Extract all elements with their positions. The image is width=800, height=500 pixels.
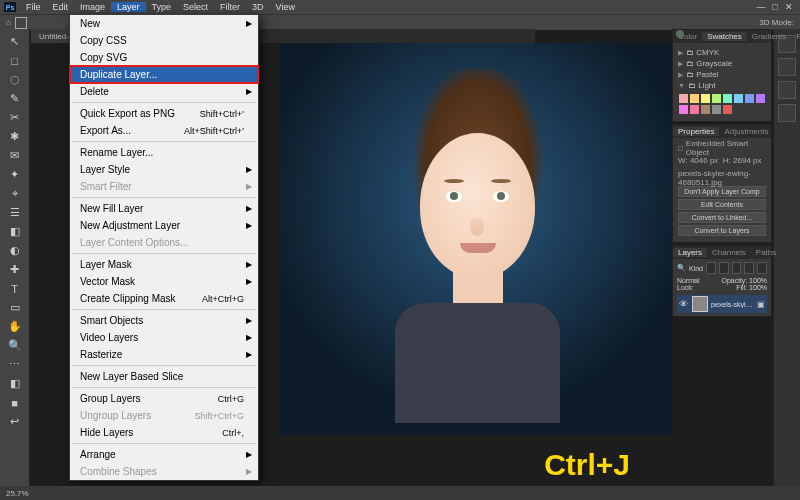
panel-tab[interactable]: Gradients bbox=[747, 32, 792, 41]
tool-button[interactable]: ✦ bbox=[4, 165, 26, 184]
document-canvas[interactable] bbox=[280, 43, 672, 435]
menu-item[interactable]: Copy CSS bbox=[70, 32, 258, 49]
close-button[interactable]: ✕ bbox=[782, 2, 796, 12]
menu-edit[interactable]: Edit bbox=[47, 2, 75, 12]
panel-icon[interactable] bbox=[778, 58, 796, 76]
menu-item[interactable]: New Fill Layer▶ bbox=[70, 200, 258, 217]
menu-item[interactable]: Layer Style▶ bbox=[70, 161, 258, 178]
swatch[interactable] bbox=[701, 94, 710, 103]
menu-file[interactable]: File bbox=[20, 2, 47, 12]
tool-button[interactable]: ▭ bbox=[4, 298, 26, 317]
zoom-level[interactable]: 25.7% bbox=[6, 489, 29, 498]
panel-tab[interactable]: Channels bbox=[707, 248, 751, 257]
tool-button[interactable]: ◌ bbox=[4, 70, 26, 89]
tool-button[interactable]: T bbox=[4, 279, 26, 298]
filter-adj-icon[interactable] bbox=[719, 262, 729, 274]
swatch[interactable] bbox=[679, 94, 688, 103]
menu-item[interactable]: Delete▶ bbox=[70, 83, 258, 100]
convert-layers-button[interactable]: Convert to Layers bbox=[678, 225, 766, 236]
tool-button[interactable]: ✱ bbox=[4, 127, 26, 146]
menu-item[interactable]: Duplicate Layer... bbox=[70, 66, 258, 83]
swatch-folder[interactable]: ▶🗀 Pastel bbox=[678, 69, 766, 80]
convert-linked-button[interactable]: Convert to Linked... bbox=[678, 212, 766, 223]
filter-shape-icon[interactable] bbox=[744, 262, 754, 274]
menu-layer[interactable]: Layer bbox=[111, 2, 146, 12]
menu-image[interactable]: Image bbox=[74, 2, 111, 12]
menu-item[interactable]: Copy SVG bbox=[70, 49, 258, 66]
tool-preset[interactable] bbox=[15, 17, 27, 29]
tool-button[interactable]: ✚ bbox=[4, 260, 26, 279]
tool-button[interactable]: ✂ bbox=[4, 108, 26, 127]
swatch[interactable] bbox=[745, 94, 754, 103]
swatch[interactable] bbox=[701, 105, 710, 114]
menu-item[interactable]: Video Layers▶ bbox=[70, 329, 258, 346]
maximize-button[interactable]: □ bbox=[768, 2, 782, 12]
swatch[interactable] bbox=[690, 94, 699, 103]
swatch-folder[interactable]: ▼🗀 Light bbox=[678, 80, 766, 91]
menu-item[interactable]: Group LayersCtrl+G bbox=[70, 390, 258, 407]
panel-icon[interactable] bbox=[778, 104, 796, 122]
menu-3d[interactable]: 3D bbox=[246, 2, 270, 12]
tool-button[interactable]: ↩ bbox=[4, 412, 26, 431]
tool-button[interactable]: ◧ bbox=[4, 222, 26, 241]
panel-tab[interactable]: Properties bbox=[673, 127, 719, 136]
filter-text-icon[interactable] bbox=[732, 262, 742, 274]
menu-item[interactable]: Smart Objects▶ bbox=[70, 312, 258, 329]
menu-item[interactable]: New Adjustment Layer▶ bbox=[70, 217, 258, 234]
layer-row[interactable]: 👁 pexels-skyler-ewing-4680511 ▣ bbox=[677, 295, 767, 313]
menu-item[interactable]: Quick Export as PNGShift+Ctrl+' bbox=[70, 105, 258, 122]
swatch[interactable] bbox=[723, 94, 732, 103]
swatch[interactable] bbox=[734, 94, 743, 103]
menu-item[interactable]: Rasterize▶ bbox=[70, 346, 258, 363]
swatch[interactable] bbox=[712, 94, 721, 103]
tool-button[interactable]: ◧ bbox=[4, 374, 26, 393]
menu-type[interactable]: Type bbox=[146, 2, 178, 12]
minimize-button[interactable]: — bbox=[754, 2, 768, 12]
panel-tab[interactable]: Layers bbox=[673, 248, 707, 257]
panel-tab[interactable]: Patterns bbox=[792, 32, 801, 41]
menu-item[interactable]: Create Clipping MaskAlt+Ctrl+G bbox=[70, 290, 258, 307]
tool-button[interactable]: ■ bbox=[4, 393, 26, 412]
edit-contents-button[interactable]: Edit Contents bbox=[678, 199, 766, 210]
menu-select[interactable]: Select bbox=[177, 2, 214, 12]
visibility-icon[interactable]: 👁 bbox=[679, 299, 689, 309]
panel-icon[interactable] bbox=[778, 81, 796, 99]
menu-item[interactable]: Rename Layer... bbox=[70, 144, 258, 161]
menu-filter[interactable]: Filter bbox=[214, 2, 246, 12]
tool-button[interactable]: ◐ bbox=[4, 241, 26, 260]
tool-button[interactable]: □ bbox=[4, 51, 26, 70]
tool-button[interactable]: ✋ bbox=[4, 317, 26, 336]
menu-item[interactable]: Hide LayersCtrl+, bbox=[70, 424, 258, 441]
swatch[interactable] bbox=[723, 105, 732, 114]
menu-view[interactable]: View bbox=[270, 2, 301, 12]
menu-item[interactable]: Export As...Alt+Shift+Ctrl+' bbox=[70, 122, 258, 139]
swatch[interactable] bbox=[690, 105, 699, 114]
swatch[interactable] bbox=[756, 94, 765, 103]
filter-smart-icon[interactable] bbox=[757, 262, 767, 274]
menu-item[interactable]: New▶ bbox=[70, 15, 258, 32]
menu-item[interactable]: Vector Mask▶ bbox=[70, 273, 258, 290]
panel-tab[interactable]: Swatches bbox=[702, 32, 747, 41]
swatch-folder[interactable]: ▶🗀 CMYK bbox=[678, 47, 766, 58]
tool-button[interactable]: ⌖ bbox=[4, 184, 26, 203]
swatch[interactable] bbox=[679, 105, 688, 114]
tool-button[interactable]: ⋯ bbox=[4, 355, 26, 374]
panel-tab[interactable]: Adjustments bbox=[719, 127, 773, 136]
home-icon[interactable]: ⌂ bbox=[6, 18, 11, 27]
tool-button[interactable]: ✎ bbox=[4, 89, 26, 108]
layer-comp-select[interactable]: Don't Apply Layer Comp bbox=[678, 186, 766, 197]
layer-thumbnail[interactable] bbox=[692, 296, 708, 312]
filter-pixel-icon[interactable] bbox=[706, 262, 716, 274]
tool-button[interactable]: ✉ bbox=[4, 146, 26, 165]
menu-item: Layer Content Options... bbox=[70, 234, 258, 251]
swatch[interactable] bbox=[712, 105, 721, 114]
menu-item[interactable]: New Layer Based Slice bbox=[70, 368, 258, 385]
menu-item[interactable]: Arrange▶ bbox=[70, 446, 258, 463]
swatch-folder[interactable]: ▶🗀 Grayscale bbox=[678, 58, 766, 69]
tool-button[interactable]: ☰ bbox=[4, 203, 26, 222]
panel-tab[interactable]: Paths bbox=[751, 248, 781, 257]
menu-item[interactable]: Layer Mask▶ bbox=[70, 256, 258, 273]
tool-button[interactable]: ↖ bbox=[4, 32, 26, 51]
layer-name: pexels-skyler-ewing-4680511 bbox=[711, 301, 755, 308]
tool-button[interactable]: 🔍 bbox=[4, 336, 26, 355]
